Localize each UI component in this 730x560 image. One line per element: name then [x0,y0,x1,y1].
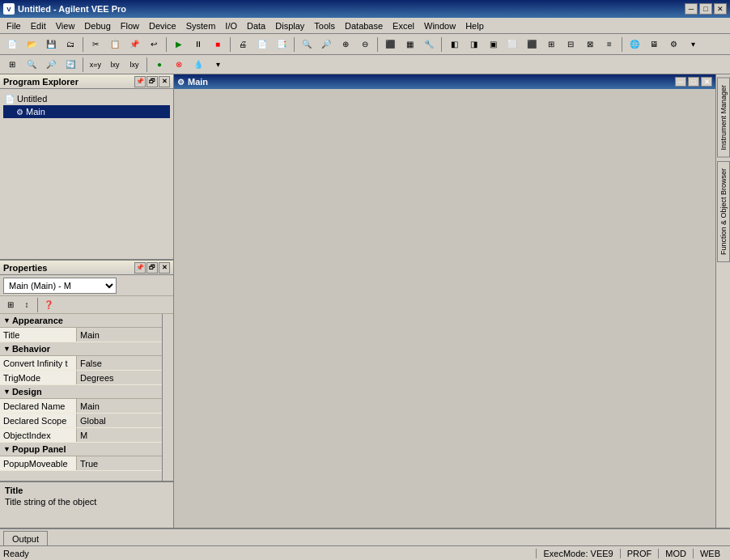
print-btn[interactable]: 🖨 [234,36,252,53]
misc3-btn[interactable]: ▣ [484,36,502,53]
copy-btn[interactable]: 📋 [106,36,124,53]
grid-btn[interactable]: ⊞ [3,56,21,74]
menu-tools[interactable]: Tools [309,19,340,32]
section-design[interactable]: ▼ Design [0,385,162,399]
prop-objindex-value[interactable]: M [77,428,162,442]
misc8-btn[interactable]: ⊠ [581,36,599,53]
props-sort-btn[interactable]: ↕ [19,298,34,312]
stop-btn[interactable]: ■ [209,36,227,53]
close-explorer-button[interactable]: ✕ [159,76,170,87]
section-appearance[interactable]: ▼ Appearance [0,314,162,328]
function-browser-tab[interactable]: Function & Object Browser [717,161,730,262]
prop-trig-value[interactable]: Degrees [77,371,162,384]
undock-button[interactable]: 🗗 [146,76,158,87]
xy-btn[interactable]: x=y [87,56,104,74]
section-popup[interactable]: ▼ Popup Panel [0,443,162,456]
menu-database[interactable]: Database [340,19,388,32]
misc5-btn[interactable]: ⬛ [523,36,541,53]
menu-window[interactable]: Window [419,19,460,32]
output-tab[interactable]: Output [3,531,48,545]
menu-excel[interactable]: Excel [388,19,419,32]
iomgr3-btn[interactable]: 🔧 [420,36,438,53]
search-btn[interactable]: 🔍 [23,56,40,74]
save-btn[interactable]: 💾 [42,36,60,53]
menu-device[interactable]: Device [144,19,181,32]
close-button[interactable]: ✕ [714,3,727,15]
blue-btn[interactable]: 💧 [189,56,207,74]
menu-help[interactable]: Help [460,19,489,32]
main-canvas-content[interactable] [174,89,715,528]
red-circle-btn[interactable]: ⊗ [170,56,188,74]
props-scrollbar[interactable] [162,314,173,481]
main-win-minimize[interactable]: ─ [675,77,686,87]
menu-file[interactable]: File [2,19,26,32]
tree-item-main[interactable]: ⚙ Main [3,105,170,118]
tree-item-untitled[interactable]: 📄 Untitled [3,92,170,105]
instrument-manager-tab[interactable]: Instrument Manager [717,78,730,158]
ixy2-btn[interactable]: lxy [125,56,143,74]
green-circle-btn[interactable]: ● [151,56,168,74]
prop-title-value[interactable]: Main [77,328,162,342]
save-all-btn[interactable]: 🗂 [62,36,79,53]
replace-btn[interactable]: 🔄 [62,56,79,74]
web3-btn[interactable]: ⚙ [664,36,682,53]
menu-debug[interactable]: Debug [79,19,115,32]
menu-edit[interactable]: Edit [26,19,51,32]
web-btn[interactable]: 🌐 [626,36,643,53]
props-scroll[interactable]: ▼ Appearance Title Main ▼ Behavior Conve… [0,314,162,481]
open-btn[interactable]: 📂 [23,36,40,53]
misc9-btn[interactable]: ≡ [601,36,618,53]
ixy-btn[interactable]: lxy [106,56,124,74]
pin-button[interactable]: 📌 [134,76,146,87]
paste-btn[interactable]: 📌 [125,36,143,53]
maximize-button[interactable]: □ [699,3,712,15]
section-behavior[interactable]: ▼ Behavior [0,342,162,356]
main-window-title-bar: ⚙ Main ─ □ ✕ [174,74,715,89]
misc6-btn[interactable]: ⊞ [542,36,560,53]
props-grid-view-btn[interactable]: ⊞ [3,298,18,312]
menu-io[interactable]: I/O [220,19,242,32]
down-arrow-btn[interactable]: ▾ [684,36,702,53]
print3-btn[interactable]: 📑 [273,36,291,53]
menu-view[interactable]: View [51,19,80,32]
prop-popupmove-value[interactable]: True [77,456,162,470]
menu-display[interactable]: Display [270,19,309,32]
find-btn[interactable]: 🔎 [42,56,60,74]
pause-btn[interactable]: ⏸ [189,36,207,53]
prop-declname-value[interactable]: Main [77,399,162,413]
zoom-in-btn[interactable]: 🔍 [298,36,316,53]
main-win-close[interactable]: ✕ [701,77,712,87]
web2-btn[interactable]: 🖥 [645,36,663,53]
misc4-btn[interactable]: ⬜ [503,36,521,53]
menu-flow[interactable]: Flow [116,19,144,32]
iomgr-btn[interactable]: ⬛ [381,36,399,53]
misc1-btn[interactable]: ◧ [445,36,463,53]
iomgr2-btn[interactable]: ▦ [401,36,418,53]
props-undock-button[interactable]: 🗗 [146,262,158,274]
minimize-button[interactable]: ─ [685,3,698,15]
props-selector[interactable]: Main (Main) - M [3,278,117,294]
prop-declscope-value[interactable]: Global [77,414,162,427]
popup-label: Popup Panel [12,444,66,454]
zoom3-btn[interactable]: ⊕ [337,36,354,53]
zoom-out-btn[interactable]: 🔎 [317,36,335,53]
prop-convert-value[interactable]: False [77,356,162,370]
props-close-button[interactable]: ✕ [159,262,170,274]
print2-btn[interactable]: 📄 [253,36,271,53]
panel-header-buttons: 📌 🗗 ✕ [134,76,170,87]
cut-btn[interactable]: ✂ [87,36,104,53]
new-btn[interactable]: 📄 [3,36,21,53]
misc2-btn[interactable]: ◨ [465,36,482,53]
props-pin-button[interactable]: 📌 [134,262,146,274]
props-help-btn[interactable]: ❓ [41,298,56,312]
behavior-expand-icon: ▼ [3,345,11,353]
run-btn[interactable]: ▶ [170,36,188,53]
menu-data[interactable]: Data [242,19,270,32]
dropdown-btn[interactable]: ▾ [209,56,227,74]
zoom4-btn[interactable]: ⊖ [356,36,374,53]
menu-system[interactable]: System [181,19,221,32]
undo-btn[interactable]: ↩ [145,36,163,53]
misc7-btn[interactable]: ⊟ [562,36,579,53]
sep4 [294,37,295,52]
main-win-maximize[interactable]: □ [688,77,699,87]
